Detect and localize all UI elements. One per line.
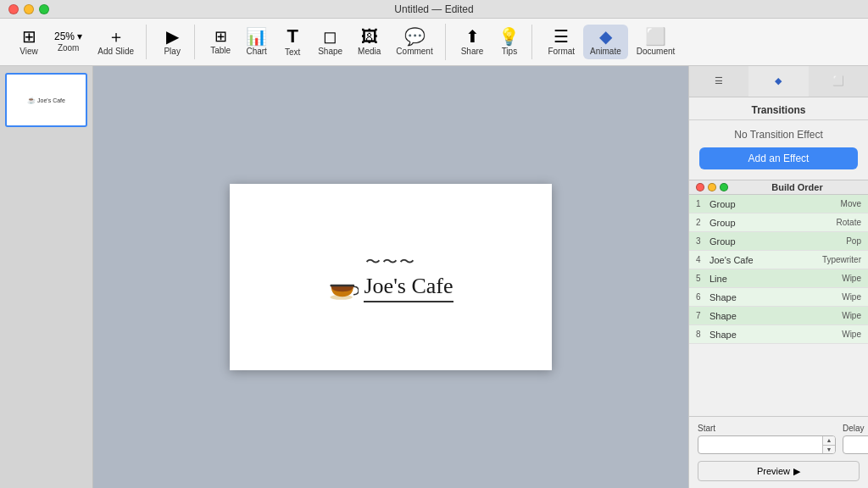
row-num: 5 [696, 274, 709, 283]
share-button[interactable]: ⬆ Share [454, 25, 491, 59]
document-label: Document [637, 47, 676, 56]
zoom-icon: 25% ▾ [54, 31, 82, 42]
text-icon: T [287, 27, 298, 46]
svg-rect-1 [331, 285, 355, 286]
view-button[interactable]: ⊞ View [12, 25, 46, 59]
document-tab-icon: ⬜ [832, 75, 844, 86]
play-button[interactable]: ▶ Play [155, 25, 189, 59]
row-effect: Wipe [842, 292, 861, 302]
minimize-button[interactable] [24, 4, 34, 14]
no-transition-text: No Transition Effect [689, 120, 868, 147]
chart-button[interactable]: 📊 Chart [239, 25, 274, 59]
media-button[interactable]: 🖼 Media [351, 25, 387, 59]
tips-button[interactable]: 💡 Tips [492, 25, 526, 59]
start-input-row: ▲ ▼ [698, 435, 836, 454]
traffic-lights [8, 4, 49, 14]
dot-green[interactable] [720, 183, 728, 191]
row-effect: Wipe [842, 311, 861, 320]
main-area: 1 ☕ Joe's Cafe 〜〜〜 Joe's Cafe [0, 66, 868, 488]
close-button[interactable] [8, 4, 19, 14]
toolbar-play-group: ▶ Play [150, 25, 195, 59]
row-effect: Wipe [842, 330, 861, 339]
animate-button[interactable]: ◆ Animate [583, 25, 628, 59]
dot-red[interactable] [696, 183, 704, 191]
toolbar: ⊞ View 25% ▾ Zoom ＋ Add Slide ▶ Play ⊞ T… [0, 19, 868, 66]
comment-button[interactable]: 💬 Comment [389, 25, 439, 59]
table-row[interactable]: 4 Joe's Cafe Typewriter [689, 251, 868, 269]
transitions-panel: Transitions No Transition Effect Add an … [689, 97, 868, 488]
chart-icon: 📊 [246, 28, 267, 45]
delay-field-group: Delay ▲ ▼ [843, 424, 868, 454]
add-slide-button[interactable]: ＋ Add Slide [91, 25, 141, 59]
start-stepper-down[interactable]: ▼ [823, 446, 835, 454]
row-name: Group [709, 218, 837, 228]
table-icon: ⊞ [214, 29, 227, 44]
start-input[interactable] [698, 436, 822, 453]
slide-canvas: 〜〜〜 Joe's Cafe [230, 184, 552, 370]
animate-tab-icon: ◆ [775, 75, 782, 86]
format-button[interactable]: ☰ Format [541, 25, 581, 59]
zoom-label: Zoom [58, 43, 80, 53]
view-icon: ⊞ [22, 28, 36, 45]
play-label: Play [164, 47, 180, 56]
build-order-dots [696, 183, 728, 191]
text-label: Text [285, 47, 300, 57]
media-label: Media [358, 47, 381, 56]
delay-input-row: ▲ ▼ [843, 435, 868, 454]
tab-document[interactable]: ⬜ [809, 66, 868, 97]
tab-animate[interactable]: ◆ [748, 66, 808, 97]
table-button[interactable]: ⊞ Table [203, 25, 237, 58]
slide-thumb-label: Joe's Cafe [37, 97, 65, 103]
play-icon: ▶ [166, 28, 179, 45]
preview-button[interactable]: Preview ▶ [698, 461, 860, 481]
format-icon: ☰ [554, 28, 569, 45]
start-label: Start [698, 424, 836, 433]
table-row[interactable]: 8 Shape Wipe [689, 325, 868, 344]
row-name: Joe's Cafe [709, 255, 822, 265]
row-effect: Pop [846, 236, 861, 246]
chart-label: Chart [246, 47, 266, 56]
table-row[interactable]: 1 Group Move [689, 195, 868, 214]
tab-format[interactable]: ☰ [689, 66, 748, 97]
animate-label: Animate [590, 47, 621, 56]
table-row[interactable]: 7 Shape Wipe [689, 307, 868, 325]
title-bar: Untitled — Edited [0, 0, 868, 19]
shape-icon: ◻ [323, 28, 337, 45]
row-effect: Rotate [837, 218, 861, 227]
toolbar-panels-group: ☰ Format ◆ Animate ⬜ Document [536, 25, 687, 59]
start-stepper: ▲ ▼ [822, 436, 835, 453]
document-button[interactable]: ⬜ Document [630, 25, 682, 59]
dot-yellow[interactable] [708, 183, 716, 191]
shape-label: Shape [318, 47, 342, 56]
table-row[interactable]: 3 Group Pop [689, 232, 868, 251]
tips-icon: 💡 [498, 28, 520, 45]
text-button[interactable]: T Text [275, 24, 309, 60]
add-effect-button[interactable]: Add an Effect [699, 147, 858, 169]
zoom-button[interactable]: 25% ▾ Zoom [47, 28, 89, 56]
slide-thumbnail[interactable]: 1 ☕ Joe's Cafe [5, 73, 87, 127]
transitions-title: Transitions [689, 97, 868, 120]
panel-bottom: Start ▲ ▼ Delay [689, 416, 868, 488]
add-effect-label: Add an Effect [748, 152, 810, 164]
table-row[interactable]: 5 Line Wipe [689, 269, 868, 288]
share-label: Share [461, 47, 484, 56]
view-label: View [19, 47, 38, 56]
row-num: 7 [696, 311, 709, 320]
row-num: 3 [696, 236, 709, 246]
table-row[interactable]: 2 Group Rotate [689, 214, 868, 232]
delay-input[interactable] [843, 436, 868, 453]
row-num: 8 [696, 330, 709, 339]
start-stepper-up[interactable]: ▲ [823, 436, 835, 446]
shape-button[interactable]: ◻ Shape [311, 25, 349, 59]
format-tab-icon: ☰ [715, 75, 723, 86]
start-field-group: Start ▲ ▼ [698, 424, 836, 454]
animate-icon: ◆ [599, 28, 612, 45]
toolbar-share-group: ⬆ Share 💡 Tips [449, 25, 533, 59]
comment-icon: 💬 [404, 28, 426, 45]
row-num: 2 [696, 218, 709, 227]
table-row[interactable]: 6 Shape Wipe [689, 288, 868, 307]
add-slide-icon: ＋ [108, 28, 125, 45]
comment-label: Comment [396, 47, 432, 56]
maximize-button[interactable] [39, 4, 49, 14]
row-name: Group [709, 199, 841, 209]
